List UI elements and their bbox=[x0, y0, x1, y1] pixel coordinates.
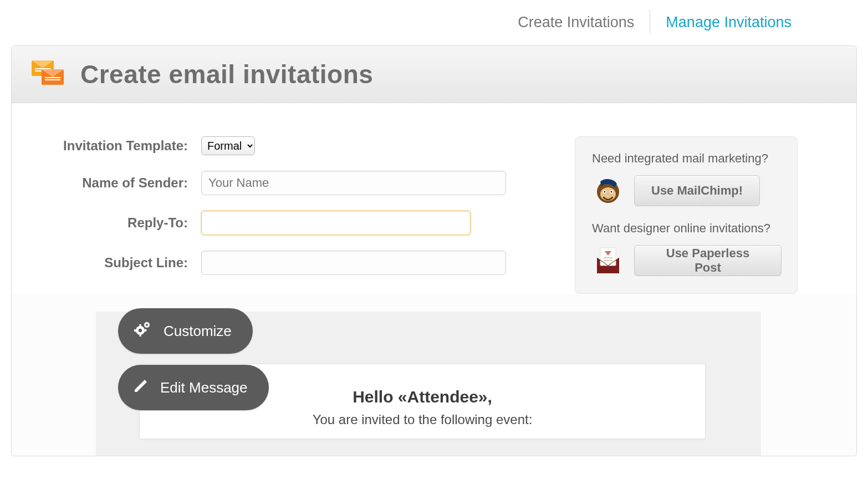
main-panel: Create email invitations Invitation Temp… bbox=[11, 45, 857, 456]
paperless-post-logo-icon bbox=[592, 244, 624, 277]
svg-point-3 bbox=[604, 191, 606, 193]
pencil-icon bbox=[132, 378, 149, 398]
gear-icon bbox=[132, 319, 152, 343]
svg-rect-12 bbox=[139, 334, 141, 337]
svg-point-5 bbox=[611, 191, 612, 193]
svg-point-10 bbox=[139, 328, 142, 332]
sender-input[interactable] bbox=[201, 171, 506, 195]
replyto-label: Reply-To: bbox=[40, 215, 201, 231]
subject-label: Subject Line: bbox=[40, 255, 201, 271]
use-paperless-post-button[interactable]: Use Paperless Post bbox=[634, 245, 782, 276]
envelope-stack-icon bbox=[32, 60, 66, 88]
svg-rect-11 bbox=[139, 324, 141, 327]
template-label: Invitation Template: bbox=[40, 138, 201, 154]
subline-text: You are invited to the following event: bbox=[162, 412, 683, 427]
page-title: Create email invitations bbox=[80, 59, 373, 89]
top-tabs: Create Invitations Manage Invitations bbox=[0, 0, 868, 44]
mailchimp-logo-icon bbox=[592, 175, 624, 207]
template-select[interactable]: Formal bbox=[201, 136, 255, 155]
customize-label: Customize bbox=[164, 323, 232, 340]
preview-area: Hello «Attendee», You are invited to the… bbox=[23, 312, 845, 456]
edit-message-button[interactable]: Edit Message bbox=[118, 365, 269, 410]
integrations-sidebar: Need integrated mail marketing? Use Mail… bbox=[575, 136, 798, 294]
mailchimp-question: Need integrated mail marketing? bbox=[592, 151, 782, 166]
sender-label: Name of Sender: bbox=[40, 175, 201, 191]
invitation-form: Invitation Template: Formal Name of Send… bbox=[40, 136, 548, 291]
customize-button[interactable]: Customize bbox=[118, 308, 253, 354]
tab-manage-invitations[interactable]: Manage Invitations bbox=[650, 14, 807, 31]
svg-point-20 bbox=[146, 324, 148, 326]
panel-header: Create email invitations bbox=[12, 46, 856, 103]
edit-message-label: Edit Message bbox=[160, 379, 248, 396]
svg-rect-6 bbox=[600, 248, 616, 266]
tab-create-invitations[interactable]: Create Invitations bbox=[502, 14, 650, 31]
replyto-input[interactable] bbox=[201, 211, 471, 235]
subject-input[interactable] bbox=[201, 251, 506, 275]
paperless-question: Want designer online invitations? bbox=[592, 221, 782, 236]
use-mailchimp-button[interactable]: Use MailChimp! bbox=[634, 175, 760, 206]
svg-point-1 bbox=[600, 187, 616, 201]
